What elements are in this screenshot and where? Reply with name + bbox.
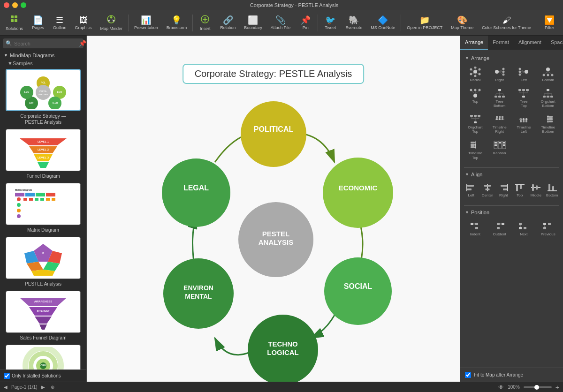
tool-ms-onenote[interactable]: 🔷 MS OneNote <box>367 12 399 34</box>
thumb-sales-funnel-label: Sales Funnel Diagram <box>6 335 81 341</box>
tool-attach-file[interactable]: 📎 Attach File <box>267 12 295 34</box>
sidebar-item-funnel-diagram[interactable]: LEVEL 1 LEVEL 2 LEVEL 3 Funnel Diagram <box>2 127 84 181</box>
tool-graphics[interactable]: 🖼 Graphics <box>71 12 96 34</box>
svg-marker-199 <box>474 141 476 143</box>
page-prev-button[interactable]: ◀ <box>4 384 8 390</box>
close-button[interactable] <box>4 2 9 8</box>
thumb-pestle-preview: P <box>6 237 81 279</box>
align-section: ▼ Align Left <box>460 170 563 202</box>
svg-rect-45 <box>23 198 27 201</box>
arrange-bottom[interactable]: Bottom <box>537 65 559 84</box>
position-indent[interactable]: Indent <box>464 219 487 239</box>
svg-rect-160 <box>470 115 473 117</box>
position-outdent[interactable]: Outdent <box>488 219 511 239</box>
canvas-area[interactable]: Corporate Strategy: PESTLE Analysis <box>87 36 460 382</box>
arrange-orgchart-bottom[interactable]: OrgchartBottom <box>537 86 559 110</box>
tab-spacing[interactable]: Spacing <box>546 36 563 50</box>
search-bar[interactable]: 🔍 📌 <box>3 38 84 48</box>
arrange-timeline-left-label: TimelineLeft <box>517 125 531 134</box>
eye-icon: 👁 <box>498 384 504 391</box>
sidebar-item-corporate-strategy[interactable]: POL ECO TECH ENV LEG PESTEL ANALYSIS Cor… <box>2 67 84 127</box>
tool-presentation[interactable]: 📊 Presentation <box>130 12 162 34</box>
tool-relation[interactable]: 🔗 Relation <box>216 12 239 34</box>
zoom-slider[interactable] <box>524 386 552 388</box>
search-input[interactable] <box>14 41 79 46</box>
arrange-left[interactable]: Left <box>513 65 535 84</box>
svg-rect-203 <box>495 142 497 143</box>
tab-alignment[interactable]: Alignment <box>514 36 546 50</box>
tree-subheader-samples[interactable]: ▼ Samples <box>2 60 84 67</box>
zoom-in-icon[interactable]: + <box>555 384 559 391</box>
open-in-project-icon: 📁 <box>419 16 430 24</box>
svg-point-128 <box>478 89 480 91</box>
arrange-kanban[interactable]: Kanban <box>488 138 511 162</box>
align-center[interactable]: Center <box>480 181 495 200</box>
align-left[interactable]: Left <box>464 181 479 200</box>
arrange-orgchart-top[interactable]: OrgchartTop <box>464 112 487 136</box>
svg-text:ANALYSIS: ANALYSIS <box>38 93 48 96</box>
align-right-label: Right <box>499 193 508 198</box>
only-installed-checkbox[interactable] <box>4 373 10 379</box>
svg-rect-212 <box>484 185 491 187</box>
svg-rect-243 <box>548 223 551 225</box>
position-next[interactable]: Next <box>513 219 535 239</box>
tool-brainstorm[interactable]: 💡 Brainstorm <box>163 12 191 34</box>
arrange-radial[interactable]: Radial <box>464 65 487 84</box>
diagram-svg: POLITICAL ECONOMIC SOCIAL TECHNO LOGICAL… <box>123 90 424 382</box>
fit-to-map-checkbox[interactable] <box>465 372 471 378</box>
arrange-timeline-right[interactable]: TimelineRight <box>488 112 511 136</box>
align-middle[interactable]: Middle <box>529 181 543 200</box>
align-center-icon <box>482 183 493 192</box>
sidebar-item-matrix-diagram[interactable]: Matrix Diagram <box>2 181 84 235</box>
arrange-section: ▼ Arrange <box>460 53 563 164</box>
svg-point-178 <box>523 118 525 120</box>
position-previous[interactable]: Previous <box>537 219 559 239</box>
tool-boundary[interactable]: ⬜ Boundary <box>240 12 266 34</box>
arrange-tree-bottom[interactable]: TreeBottom <box>488 86 511 110</box>
tool-insert[interactable]: Insert <box>195 12 215 34</box>
search-icon: 🔍 <box>6 40 12 46</box>
arrange-top[interactable]: Top <box>464 86 487 110</box>
minimize-button[interactable] <box>12 2 18 8</box>
svg-rect-196 <box>471 142 474 143</box>
tool-solutions[interactable]: Solutions <box>2 12 27 34</box>
svg-line-108 <box>499 70 502 72</box>
arrange-section-title: Arrange <box>471 55 489 61</box>
tool-outline[interactable]: ☰ Outline <box>49 12 70 34</box>
sidebar-item-sales-funnel[interactable]: AWARENESS INTEREST Sales Funnel Diagram <box>2 289 84 343</box>
thumb-funnel-label: Funnel Diagram <box>6 173 81 179</box>
tool-map-theme[interactable]: 🎨 Map Theme <box>447 12 477 34</box>
tool-map-minder[interactable]: Map Minder <box>97 12 127 34</box>
page-add-button[interactable]: ⊕ <box>51 384 54 390</box>
maximize-button[interactable] <box>21 2 26 8</box>
svg-point-92 <box>474 67 476 69</box>
svg-point-170 <box>499 118 501 120</box>
arrange-section-header[interactable]: ▼ Arrange <box>460 53 563 63</box>
sidebar-item-pestle-analysis[interactable]: P PESTLE Analysis <box>2 235 84 289</box>
tool-tweet[interactable]: 🐦 Tweet <box>320 12 341 34</box>
sidebar-item-stakeholder-onion[interactable]: ORG Stakeholder Onion Diagram <box>2 343 84 369</box>
tool-pages[interactable]: 📄 Pages <box>28 12 48 34</box>
arrange-timeline-top[interactable]: TimelineTop <box>464 138 487 162</box>
tool-evernote[interactable]: 🐘 Evernote <box>342 12 366 34</box>
timeline-bottom-icon <box>541 114 555 124</box>
align-bottom[interactable]: Bottom <box>545 181 560 200</box>
tool-open-in-project[interactable]: 📁 Open in PROJECT <box>403 12 446 34</box>
tree-header-mindmap[interactable]: ▼ MindMap Diagrams <box>2 51 84 60</box>
svg-rect-222 <box>536 186 538 190</box>
arrange-tree-top[interactable]: TreeTop <box>513 86 535 110</box>
page-next-button[interactable]: ▶ <box>41 384 45 390</box>
position-section-header[interactable]: ▼ Position <box>460 208 563 217</box>
arrange-timeline-left[interactable]: TimelineLeft <box>513 112 535 136</box>
tool-pin[interactable]: 📌 Pin <box>295 12 316 34</box>
svg-text:POL: POL <box>41 81 46 84</box>
tab-format[interactable]: Format <box>488 36 514 50</box>
arrange-right[interactable]: Right <box>488 65 511 84</box>
tool-filter[interactable]: 🔽 Filter <box>539 12 560 34</box>
tool-color-schemes[interactable]: 🖌 Color Schemes for Theme <box>478 12 535 34</box>
align-top[interactable]: Top <box>513 181 527 200</box>
align-section-header[interactable]: ▼ Align <box>460 170 563 179</box>
arrange-timeline-bottom[interactable]: TimelineBottom <box>537 112 559 136</box>
tab-arrange[interactable]: Arrange <box>460 36 488 50</box>
align-right[interactable]: Right <box>496 181 511 200</box>
